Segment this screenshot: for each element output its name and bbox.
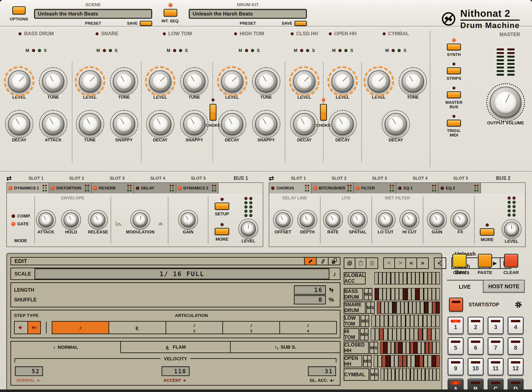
fx-slot-eq-1[interactable]: EQ 1 [396, 183, 438, 193]
step-cell[interactable] [415, 288, 419, 300]
scale-display[interactable]: 1/ 16 FULL [34, 268, 329, 279]
step-cell[interactable] [384, 315, 388, 327]
clear-button[interactable] [504, 254, 518, 267]
mute-button[interactable]: M [370, 369, 375, 380]
step-cell[interactable] [423, 288, 428, 300]
shuffle-display[interactable]: 0 [294, 295, 326, 304]
eraser-tool-button[interactable] [316, 258, 328, 265]
step-cell[interactable] [390, 272, 395, 285]
mute-label[interactable]: M [238, 48, 242, 53]
step-cell[interactable] [392, 301, 397, 314]
mute-button[interactable]: M [370, 342, 375, 353]
more-button[interactable] [215, 228, 229, 235]
knob-lo-cut[interactable]: LO CUT [378, 212, 394, 234]
step-cell[interactable] [411, 288, 415, 300]
knob-tune[interactable]: TUNE [42, 70, 64, 99]
drum-kit-preset-field[interactable]: Unleash the Harsh Beats [189, 9, 307, 19]
step-cell[interactable] [393, 315, 397, 327]
mute-button[interactable]: M [367, 302, 371, 313]
mute-button[interactable]: M [361, 329, 365, 340]
bus1-comp-mode[interactable]: COMP. [11, 214, 31, 219]
step-cell[interactable] [415, 272, 419, 285]
step-cell[interactable] [403, 355, 407, 367]
knob-level[interactable]: LEVEL [8, 70, 30, 99]
fx-slot-bitcrusher[interactable]: BITCRUSHER [312, 183, 353, 193]
mute-button[interactable]: M [365, 289, 369, 300]
step-cell[interactable] [421, 342, 425, 354]
step-cell[interactable] [407, 355, 411, 367]
step-cell[interactable] [411, 272, 415, 285]
paste-pattern-icon[interactable] [355, 258, 366, 268]
bus2-level-knob[interactable]: LEVEL [504, 222, 519, 244]
step-cell[interactable] [436, 369, 440, 381]
step-cell[interactable] [420, 301, 424, 314]
pattern-pad-5[interactable]: 5 [448, 337, 463, 355]
step-cell[interactable] [400, 301, 404, 314]
orange-button[interactable] [447, 91, 461, 98]
tab-normal[interactable]: ♪ NORMAL [11, 342, 121, 353]
knob-decay[interactable]: DECAY [8, 113, 30, 142]
solo-button[interactable]: S [374, 342, 377, 353]
import-pattern-icon[interactable] [435, 258, 446, 268]
velocity-accent-display[interactable]: 118 [162, 366, 190, 376]
tab-sub-steps[interactable]: ♪x SUB S. [231, 342, 340, 353]
orange-button[interactable] [447, 44, 461, 50]
knob-tone[interactable]: TONE [113, 70, 135, 99]
drum-kit-save-button[interactable] [294, 21, 307, 26]
pattern-pad-7[interactable]: 7 [488, 337, 504, 355]
step-cell[interactable] [419, 272, 423, 285]
step-cell[interactable] [391, 369, 395, 381]
step-cell[interactable] [423, 328, 427, 341]
step-cell[interactable] [427, 315, 431, 327]
knob-snappy[interactable]: SNAPPY [255, 113, 277, 142]
step-cell[interactable] [382, 355, 386, 367]
pencil-tool-button[interactable] [304, 258, 316, 265]
solo-label[interactable]: S [115, 48, 118, 53]
step-cell[interactable] [388, 301, 392, 314]
step-cell[interactable] [428, 288, 432, 300]
random-tool-button[interactable] [328, 258, 340, 265]
step-cell[interactable] [407, 288, 411, 300]
fx-slot-reverb[interactable]: REVERB [91, 183, 133, 193]
copy-button[interactable] [452, 254, 466, 267]
step-cell[interactable] [416, 301, 420, 314]
step-forward-icon[interactable]: > [395, 258, 406, 268]
knob-spatial[interactable]: SPATIAL [349, 212, 367, 234]
step-cell[interactable] [418, 315, 423, 327]
step-cell[interactable] [392, 328, 397, 341]
step-cell[interactable] [391, 342, 394, 354]
step-cell[interactable] [379, 288, 383, 300]
step-cell[interactable] [418, 328, 423, 341]
knob-decay[interactable]: DECAY [149, 113, 171, 142]
step-cell[interactable] [414, 342, 417, 354]
step-cell[interactable] [436, 315, 440, 327]
pattern-pad-6[interactable]: 6 [468, 337, 484, 355]
solo-button[interactable]: S [365, 329, 368, 340]
velocity-global-display[interactable]: 31 [308, 366, 336, 376]
step-cell[interactable] [436, 301, 440, 314]
step-cell[interactable] [384, 369, 388, 381]
knob-modulation[interactable]: MODULATION [126, 212, 154, 234]
delete-pattern-icon[interactable] [366, 258, 378, 268]
step-cell[interactable] [397, 315, 401, 327]
solo-label[interactable]: S [350, 48, 353, 53]
knob-snappy[interactable]: SNAPPY [183, 113, 205, 142]
step-cell[interactable] [428, 272, 432, 285]
step-cell[interactable] [425, 369, 429, 381]
step-cell[interactable] [407, 272, 411, 285]
step-loud-button[interactable] [28, 322, 40, 334]
int-seq-button[interactable] [164, 9, 177, 17]
fx-slot-eq-2[interactable]: EQ 2 [439, 183, 480, 193]
step-cell[interactable] [386, 288, 390, 300]
knob-snappy[interactable]: SNAPPY [113, 113, 135, 142]
step-cell[interactable] [397, 328, 401, 341]
step-cell[interactable] [390, 288, 395, 300]
step-cell[interactable] [403, 369, 406, 381]
pattern-pad-2[interactable]: 2 [468, 317, 484, 334]
knob-decay[interactable]: DECAY [221, 113, 243, 142]
more-button[interactable] [480, 228, 494, 236]
tab-host-note[interactable]: HOST NOTE [483, 280, 525, 293]
step-cell[interactable] [394, 355, 398, 367]
knob-level[interactable]: LEVEL [293, 70, 315, 99]
step-cell[interactable] [378, 272, 382, 285]
